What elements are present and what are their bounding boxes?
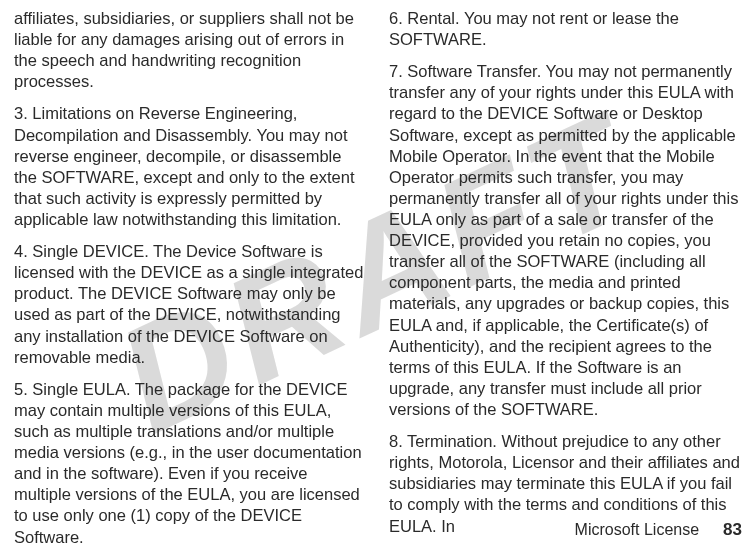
paragraph: 4. Single DEVICE. The Device Software is… xyxy=(14,241,367,368)
paragraph: 3. Limitations on Reverse Engineering, D… xyxy=(14,103,367,230)
paragraph: 6. Rental. You may not rent or lease the… xyxy=(389,8,742,50)
left-column: affiliates, subsidiaries, or suppliers s… xyxy=(14,8,367,510)
paragraph: affiliates, subsidiaries, or suppliers s… xyxy=(14,8,367,92)
content-columns: affiliates, subsidiaries, or suppliers s… xyxy=(0,0,756,510)
page-footer: Microsoft License 83 xyxy=(575,520,742,540)
paragraph: 7. Software Transfer. You may not perman… xyxy=(389,61,742,420)
paragraph: 5. Single EULA. The package for the DEVI… xyxy=(14,379,367,546)
right-column: 6. Rental. You may not rent or lease the… xyxy=(389,8,742,510)
footer-title: Microsoft License xyxy=(575,521,700,539)
page-number: 83 xyxy=(723,520,742,540)
